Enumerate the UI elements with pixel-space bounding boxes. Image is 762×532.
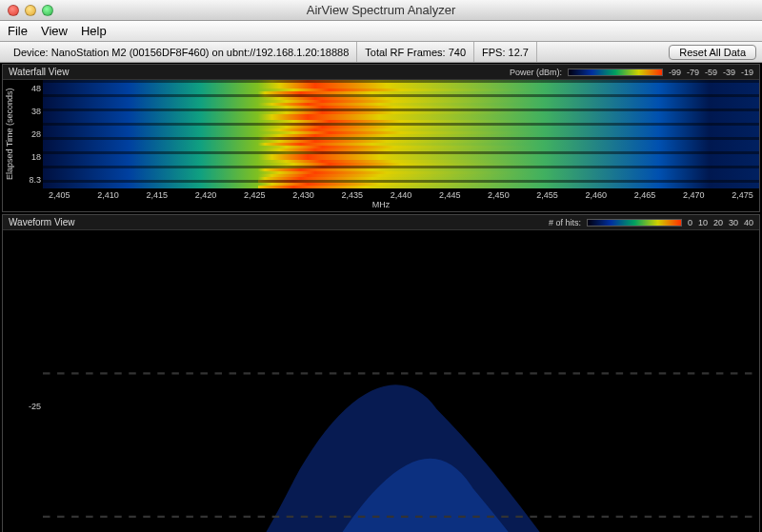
xtick: 2,430 bbox=[292, 190, 314, 200]
waveform-legend: # of hits: 0 10 20 30 40 bbox=[549, 218, 753, 227]
vy0: -25 bbox=[18, 402, 41, 411]
wy3: 18 bbox=[18, 152, 41, 162]
waterfall-yaxis: 48 38 28 18 8.3 bbox=[16, 80, 43, 188]
xtick: 2,425 bbox=[244, 190, 266, 200]
window-titlebar: AirView Spectrum Analyzer bbox=[0, 0, 762, 21]
status-frames-label: Total RF Frames: bbox=[365, 47, 445, 58]
status-device-label: Device: bbox=[13, 47, 49, 58]
window-title: AirView Spectrum Analyzer bbox=[0, 3, 762, 17]
status-device-value: NanoStation M2 (00156DF8F460) on ubnt://… bbox=[51, 47, 350, 58]
waveform-plot bbox=[43, 230, 759, 532]
waveform-title: Waveform View bbox=[9, 217, 74, 227]
ht4: 40 bbox=[744, 218, 753, 227]
xtick: 2,445 bbox=[439, 190, 461, 200]
wy0: 48 bbox=[18, 84, 41, 93]
xtick: 2,475 bbox=[732, 190, 753, 200]
xtick: 2,455 bbox=[536, 190, 558, 200]
hits-label: # of hits: bbox=[549, 218, 581, 227]
status-bar: Device: NanoStation M2 (00156DF8F460) on… bbox=[0, 42, 762, 63]
menu-view[interactable]: View bbox=[41, 24, 68, 38]
wy2: 28 bbox=[18, 129, 41, 139]
xtick: 2,460 bbox=[586, 190, 608, 200]
waveform-yaxis: -25 -50 -75 -100 bbox=[16, 230, 43, 532]
waterfall-xlabel: MHz bbox=[3, 200, 759, 211]
waterfall-ylabel: Elapsed Time (seconds) bbox=[3, 80, 16, 188]
status-fps-value: 12.7 bbox=[509, 47, 529, 58]
xtick: 2,440 bbox=[391, 190, 412, 200]
waveform-ylabel: Power Level (dBm) bbox=[3, 230, 16, 532]
xtick: 2,415 bbox=[146, 190, 168, 200]
menu-help[interactable]: Help bbox=[81, 24, 107, 38]
ht3: 30 bbox=[729, 218, 738, 227]
power-label: Power (dBm): bbox=[510, 68, 562, 77]
status-frames: Total RF Frames: 740 bbox=[357, 42, 474, 62]
menu-bar: File View Help bbox=[0, 21, 762, 42]
pt1: -79 bbox=[687, 68, 699, 77]
status-device: Device: NanoStation M2 (00156DF8F460) on… bbox=[6, 42, 357, 62]
ht2: 20 bbox=[713, 218, 723, 227]
status-fps: FPS: 12.7 bbox=[474, 42, 537, 62]
xtick: 2,410 bbox=[97, 190, 119, 200]
xtick: 2,465 bbox=[634, 190, 656, 200]
xtick: 2,405 bbox=[49, 190, 70, 200]
waterfall-xaxis: 2,4052,4102,4152,4202,4252,4302,4352,440… bbox=[3, 188, 759, 200]
panel-waveform: Waveform View # of hits: 0 10 20 30 40 P… bbox=[2, 214, 760, 532]
reset-button[interactable]: Reset All Data bbox=[669, 45, 756, 60]
waterfall-legend: Power (dBm): -99 -79 -59 -39 -19 bbox=[510, 68, 753, 77]
hits-colorbar bbox=[587, 219, 682, 227]
pt3: -39 bbox=[723, 68, 735, 77]
panel-waterfall: Waterfall View Power (dBm): -99 -79 -59 … bbox=[2, 64, 760, 212]
xtick: 2,470 bbox=[683, 190, 705, 200]
pt2: -59 bbox=[705, 68, 717, 77]
xtick: 2,435 bbox=[341, 190, 363, 200]
ht1: 10 bbox=[698, 218, 708, 227]
wy1: 38 bbox=[18, 107, 41, 116]
menu-file[interactable]: File bbox=[8, 24, 28, 38]
status-fps-label: FPS: bbox=[482, 47, 505, 58]
waterfall-title: Waterfall View bbox=[9, 67, 69, 77]
ht0: 0 bbox=[688, 218, 692, 227]
status-frames-value: 740 bbox=[449, 47, 466, 58]
waterfall-plot bbox=[43, 80, 759, 188]
wy4: 8.3 bbox=[18, 175, 41, 185]
xtick: 2,420 bbox=[195, 190, 217, 200]
pt4: -19 bbox=[741, 68, 753, 77]
xtick: 2,450 bbox=[488, 190, 510, 200]
panels-area: Waterfall View Power (dBm): -99 -79 -59 … bbox=[0, 63, 762, 532]
power-colorbar bbox=[568, 69, 663, 76]
pt0: -99 bbox=[669, 68, 681, 77]
